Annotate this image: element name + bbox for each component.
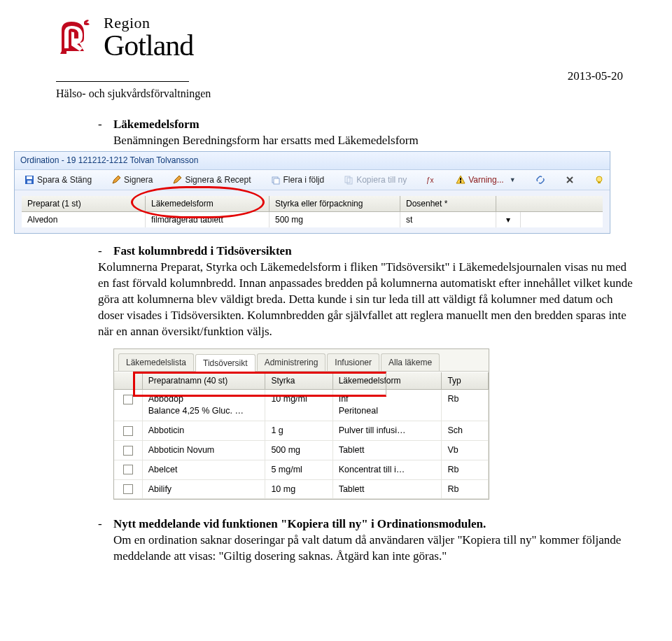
tidsoversikt-window: Läkemedelslista Tidsöversikt Administrer… (113, 348, 489, 500)
table-row[interactable]: Abboticin1 gPulver till infusi…Sch (114, 421, 489, 441)
col-dosenhet[interactable]: Dosenhet * (400, 196, 496, 211)
divider (56, 81, 189, 82)
checkbox[interactable] (123, 465, 133, 474)
col-styrka[interactable]: Styrka eller förpackning (270, 196, 400, 211)
tabs: Läkemedelslista Tidsöversikt Administrer… (114, 349, 489, 372)
col-preparat[interactable]: Preparat (1 st) (22, 196, 146, 211)
document-date: 2013-05-20 (568, 69, 623, 85)
pen-icon (172, 175, 182, 185)
checkbox[interactable] (123, 426, 133, 436)
flera-button[interactable]: Flera i följd (265, 172, 330, 188)
pen-icon (111, 175, 121, 185)
table-row[interactable]: Abbodop Balance 4,25 % Gluc. …10 mg/mlIn… (114, 390, 489, 421)
warning-icon (456, 175, 465, 185)
org-logo: Region Gotland (56, 15, 644, 60)
table-row[interactable]: Alvedon filmdragerad tablett 500 mg st ▾ (22, 212, 603, 227)
delete-button[interactable] (559, 173, 580, 187)
close-icon (565, 175, 575, 185)
bulb-icon (594, 175, 604, 185)
svg-rect-12 (598, 182, 601, 183)
section2-heading: Fast kolumnbredd i Tidsöversikten (113, 244, 292, 260)
tab-alla[interactable]: Alla läkeme (381, 353, 440, 371)
kopiera-button[interactable]: Kopiera till ny (338, 172, 412, 188)
table-row[interactable]: Abelcet5 mg/mlKoncentrat till i…Rb (114, 460, 489, 480)
svg-rect-3 (27, 181, 31, 183)
sign-recept-button[interactable]: Signera & Recept (167, 172, 256, 188)
link-button[interactable] (530, 173, 551, 187)
svg-point-11 (596, 176, 602, 182)
svg-rect-2 (27, 176, 32, 179)
window-title: Ordination - 19 121212-1212 Tolvan Tolva… (15, 152, 610, 169)
svg-text:ƒx: ƒx (426, 176, 434, 184)
checkbox[interactable] (123, 484, 133, 494)
svg-point-0 (71, 29, 74, 32)
col-lakemedelsform[interactable]: Läkemedelsform (146, 196, 270, 211)
varning-button[interactable]: Varning... ▼ (450, 172, 521, 188)
tab-administrering[interactable]: Administrering (257, 353, 326, 371)
checkbox[interactable] (123, 446, 133, 456)
checkbox[interactable] (123, 395, 133, 404)
section1-heading: Läkemedelsform (113, 117, 419, 133)
link-icon (536, 175, 545, 185)
col-preparatnamn[interactable]: Preparatnamn (40 st) (143, 372, 266, 389)
tab-tidsoversikt[interactable]: Tidsöversikt (195, 354, 255, 372)
chevron-down-icon: ▼ (510, 176, 516, 184)
info-button[interactable] (589, 173, 610, 187)
org-name: Region Gotland (104, 15, 193, 60)
col-styrka2[interactable]: Styrka (265, 372, 332, 389)
svg-rect-10 (460, 181, 461, 183)
copy-icon (344, 175, 354, 185)
fx-button[interactable]: ƒx (421, 173, 442, 187)
department-name: Hälso- och sjukvårdsförvaltningen (56, 86, 644, 101)
table-row[interactable]: Abilify10 mgTablettRb (114, 480, 489, 500)
ram-icon (56, 17, 97, 58)
chevron-down-icon[interactable]: ▾ (496, 212, 521, 227)
save-icon (24, 175, 34, 185)
stack-icon (271, 175, 281, 185)
sign-button[interactable]: Signera (106, 172, 158, 188)
section3-body: Om en ordination saknar doseringar på va… (113, 533, 637, 565)
section2-body: Kolumnerna Preparat, Styrka och Läkemede… (98, 260, 637, 340)
svg-rect-9 (460, 178, 461, 181)
tab-lakemedelslista[interactable]: Läkemedelslista (118, 353, 194, 371)
save-close-button[interactable]: Spara & Stäng (19, 172, 97, 188)
svg-rect-5 (274, 178, 279, 184)
section1-sub: Benämningen Beredningsform har ersatts m… (113, 133, 419, 149)
ordination-window: Ordination - 19 121212-1212 Tolvan Tolva… (14, 151, 610, 234)
section3-heading: Nytt meddelande vid funktionen "Kopiera … (113, 516, 637, 533)
col-form2[interactable]: Läkemedelsform (333, 372, 442, 389)
fx-icon: ƒx (426, 175, 436, 185)
col-typ[interactable]: Typ (442, 372, 489, 389)
tab-infusioner[interactable]: Infusioner (327, 353, 379, 371)
toolbar: Spara & Stäng Signera Signera & Recept F… (15, 170, 610, 190)
table-row[interactable]: Abboticin Novum500 mgTablettVb (114, 441, 489, 460)
